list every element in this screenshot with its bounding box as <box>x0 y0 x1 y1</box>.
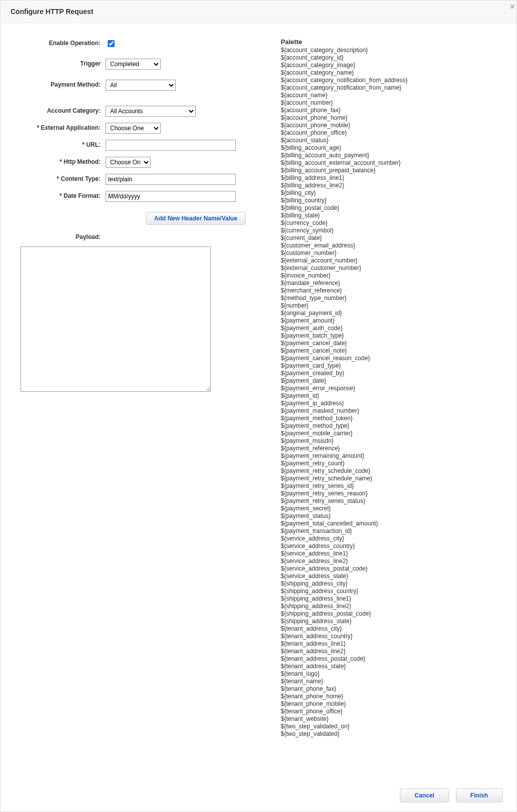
account-category-select[interactable]: All Accounts <box>106 106 196 117</box>
palette-item[interactable]: ${original_payment_id} <box>281 310 496 317</box>
palette-item[interactable]: ${account_phone_home} <box>281 114 496 122</box>
palette-item[interactable]: ${payment_cancel_note} <box>281 347 496 355</box>
enable-operation-checkbox[interactable] <box>108 40 115 47</box>
palette-item[interactable]: ${tenant_address_line1} <box>281 640 496 648</box>
http-method-select[interactable]: Choose One <box>106 157 151 168</box>
palette-item[interactable]: ${payment_auth_code} <box>281 325 496 332</box>
palette-item[interactable]: ${account_name} <box>281 92 496 99</box>
palette-item[interactable]: ${tenant_name} <box>281 678 496 685</box>
url-input[interactable] <box>106 140 236 151</box>
payload-textarea[interactable] <box>21 246 211 392</box>
palette-item[interactable]: ${payment_retry_schedule_code} <box>281 467 496 475</box>
palette-item[interactable]: ${payment_status} <box>281 512 496 520</box>
palette-item[interactable]: ${mandate_reference} <box>281 280 496 287</box>
palette-item[interactable]: ${payment_id} <box>281 392 496 400</box>
palette-item[interactable]: ${customer_number} <box>281 249 496 257</box>
palette-item[interactable]: ${service_address_line2} <box>281 558 496 565</box>
palette-item[interactable]: ${currency_symbol} <box>281 227 496 234</box>
palette-item[interactable]: ${tenant_logo} <box>281 670 496 678</box>
palette-item[interactable]: ${billing_account_age} <box>281 144 496 152</box>
palette-item[interactable]: ${billing_postal_code} <box>281 204 496 212</box>
payment-method-select[interactable]: All <box>106 80 176 91</box>
palette-item[interactable]: ${payment_batch_type} <box>281 332 496 340</box>
palette-item[interactable]: ${account_category_id} <box>281 54 496 62</box>
palette-item[interactable]: ${shipping_address_postal_code} <box>281 610 496 618</box>
palette-item[interactable]: ${external_account_number} <box>281 257 496 264</box>
palette-item[interactable]: ${tenant_address_country} <box>281 633 496 640</box>
palette-item[interactable]: ${shipping_address_line2} <box>281 603 496 610</box>
palette-item[interactable]: ${account_number} <box>281 99 496 107</box>
palette-item[interactable]: ${tenant_phone_fax} <box>281 685 496 693</box>
palette-item[interactable]: ${payment_retry_schedule_name} <box>281 475 496 482</box>
palette-item[interactable]: ${payment_method_type} <box>281 422 496 430</box>
palette-item[interactable]: ${billing_address_line2} <box>281 182 496 189</box>
palette-item[interactable]: ${service_address_line1} <box>281 550 496 558</box>
finish-button[interactable]: Finish <box>456 788 502 802</box>
palette-item[interactable]: ${payment_ip_address} <box>281 400 496 407</box>
palette-item[interactable]: ${payment_error_response} <box>281 385 496 392</box>
palette-item[interactable]: ${payment_msisdn} <box>281 437 496 445</box>
palette-item[interactable]: ${account_phone_fax} <box>281 107 496 114</box>
palette-item[interactable]: ${billing_account_auto_payment} <box>281 152 496 159</box>
palette-item[interactable]: ${payment_retry_count} <box>281 460 496 467</box>
palette-item[interactable]: ${payment_mobile_carrier} <box>281 430 496 437</box>
close-icon[interactable]: ✕ <box>507 1 517 13</box>
palette-item[interactable]: ${payment_remaining_amount} <box>281 452 496 460</box>
palette-item[interactable]: ${tenant_address_city} <box>281 625 496 633</box>
palette-item[interactable]: ${account_category_image} <box>281 62 496 69</box>
palette-item[interactable]: ${two_step_validated} <box>281 730 496 738</box>
palette-item[interactable]: ${payment_retry_series_id} <box>281 482 496 490</box>
palette-item[interactable]: ${customer_email_address} <box>281 242 496 249</box>
palette-item[interactable]: ${payment_reference} <box>281 445 496 452</box>
palette-item[interactable]: ${payment_secret} <box>281 505 496 512</box>
palette-item[interactable]: ${payment_cancel_date} <box>281 340 496 347</box>
palette-item[interactable]: ${shipping_address_line1} <box>281 595 496 603</box>
palette-item[interactable]: ${merchant_reference} <box>281 287 496 295</box>
palette-item[interactable]: ${payment_retry_series_reason} <box>281 490 496 497</box>
palette-item[interactable]: ${tenant_address_state} <box>281 663 496 670</box>
palette-item[interactable]: ${tenant_address_line2} <box>281 648 496 655</box>
palette-item[interactable]: ${billing_country} <box>281 197 496 204</box>
palette-item[interactable]: ${tenant_phone_office} <box>281 708 496 715</box>
palette-item[interactable]: ${payment_total_cancelled_amount} <box>281 520 496 527</box>
palette-item[interactable]: ${account_category_description} <box>281 47 496 54</box>
palette-item[interactable]: ${payment_created_by} <box>281 370 496 377</box>
palette-item[interactable]: ${invoice_number} <box>281 272 496 280</box>
palette-item[interactable]: ${number} <box>281 302 496 310</box>
palette-item[interactable]: ${payment_amount} <box>281 317 496 325</box>
palette-item[interactable]: ${shipping_address_city} <box>281 580 496 588</box>
palette-item[interactable]: ${billing_address_line1} <box>281 174 496 182</box>
date-format-input[interactable] <box>106 191 236 202</box>
palette-item[interactable]: ${tenant_phone_home} <box>281 693 496 700</box>
palette-item[interactable]: ${account_status} <box>281 137 496 144</box>
content-type-input[interactable] <box>106 174 236 185</box>
palette-item[interactable]: ${account_category_notification_from_add… <box>281 77 496 84</box>
palette-item[interactable]: ${service_address_city} <box>281 535 496 543</box>
palette-item[interactable]: ${shipping_address_state} <box>281 618 496 625</box>
palette-item[interactable]: ${service_address_country} <box>281 543 496 550</box>
add-header-button[interactable]: Add New Header Name/Value <box>146 212 246 225</box>
palette-item[interactable]: ${billing_state} <box>281 212 496 219</box>
palette-item[interactable]: ${payment_card_type} <box>281 362 496 370</box>
palette-item[interactable]: ${current_date} <box>281 234 496 242</box>
palette-item[interactable]: ${billing_account_prepaid_balance} <box>281 167 496 174</box>
palette-item[interactable]: ${service_address_postal_code} <box>281 565 496 573</box>
palette-item[interactable]: ${payment_date} <box>281 377 496 385</box>
palette-item[interactable]: ${payment_cancel_reason_code} <box>281 355 496 362</box>
palette-item[interactable]: ${tenant_phone_mobile} <box>281 700 496 708</box>
palette-item[interactable]: ${account_category_name} <box>281 69 496 77</box>
palette-item[interactable]: ${payment_retry_series_status} <box>281 497 496 505</box>
palette-item[interactable]: ${payment_method_token} <box>281 415 496 422</box>
palette-item[interactable]: ${billing_city} <box>281 189 496 197</box>
palette-item[interactable]: ${account_phone_office} <box>281 129 496 137</box>
palette-item[interactable]: ${billing_account_external_account_numbe… <box>281 159 496 167</box>
cancel-button[interactable]: Cancel <box>400 788 448 802</box>
external-application-select[interactable]: Choose One <box>106 123 161 134</box>
palette-item[interactable]: ${tenant_website} <box>281 715 496 723</box>
palette-item[interactable]: ${payment_transaction_id} <box>281 527 496 535</box>
palette-item[interactable]: ${external_customer_number} <box>281 264 496 272</box>
palette-item[interactable]: ${payment_masked_number} <box>281 407 496 415</box>
palette-item[interactable]: ${two_step_validated_on} <box>281 723 496 730</box>
palette-item[interactable]: ${tenant_address_postal_code} <box>281 655 496 663</box>
palette-item[interactable]: ${method_type_number} <box>281 295 496 302</box>
